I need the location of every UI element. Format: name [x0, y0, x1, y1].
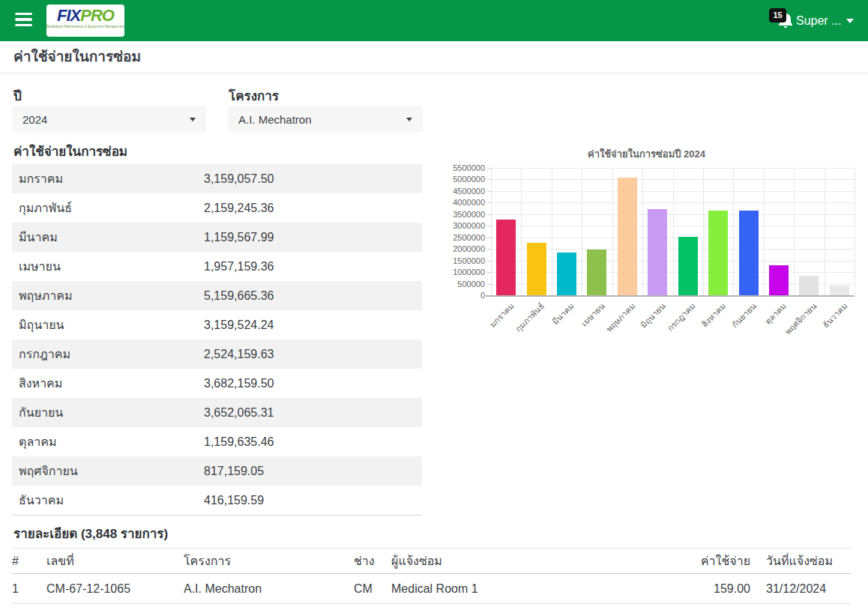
month-name: พฤษภาคม — [12, 286, 204, 305]
notification-count-badge: 15 — [769, 8, 786, 22]
month-amount: 1,957,159.36 — [204, 260, 422, 274]
details-data-row[interactable]: 1CM-67-12-1065A.I. MechatronCMMedical Ro… — [12, 574, 851, 604]
gridline — [673, 168, 674, 295]
month-row: สิงหาคม3,682,159.50 — [12, 369, 422, 398]
chevron-down-icon — [406, 118, 412, 121]
gridline — [521, 168, 522, 295]
month-amount: 1,159,635.46 — [204, 435, 422, 449]
year-select[interactable]: 2024 — [12, 106, 206, 133]
project-select-value: A.I. Mechatron — [238, 113, 406, 126]
month-amount: 3,682,159.50 — [204, 377, 422, 390]
month-amount: 3,159,057.50 — [204, 172, 422, 186]
y-tick-label: 500000 — [431, 280, 485, 289]
month-amount: 3,159,524.24 — [204, 318, 422, 332]
chevron-down-icon — [190, 118, 196, 121]
month-name: กรกฎาคม — [12, 345, 204, 363]
gridline — [764, 168, 765, 295]
month-row: กันยายน3,652,065.31 — [12, 398, 422, 427]
chart-bar — [678, 237, 698, 295]
project-label: โครงการ — [229, 85, 279, 106]
gridline — [733, 168, 734, 295]
details-header-cell: วันที่แจ้งซ่อม — [750, 552, 851, 570]
gridline — [825, 168, 825, 295]
month-amount: 2,159,245.36 — [204, 202, 422, 215]
x-tick-label: พฤศจิกายน — [783, 301, 819, 336]
logo-text: FIXPRO — [46, 7, 124, 25]
details-header-cell: โครงการ — [184, 552, 354, 570]
x-tick-label: มิถุนายน — [639, 301, 667, 330]
y-tick-label: 2000000 — [431, 244, 485, 253]
month-amount: 416,159.59 — [204, 494, 422, 507]
divider — [0, 73, 868, 73]
month-row: กรกฎาคม2,524,159.63 — [12, 339, 422, 369]
project-select[interactable]: A.I. Mechatron — [228, 106, 423, 133]
month-name: มีนาคม — [12, 228, 204, 247]
x-tick-label: ตุลาคม — [763, 301, 788, 326]
x-tick-label: กรกฎาคม — [666, 301, 697, 333]
month-amount: 817,159.05 — [204, 465, 422, 478]
fixpro-logo[interactable]: FIXPRO Breakdown Maintenance & Equipment… — [46, 4, 124, 37]
x-tick-label: มีนาคม — [551, 301, 576, 327]
month-row: มกราคม3,159,057.50 — [12, 164, 422, 193]
y-tick-label: 3000000 — [431, 221, 485, 230]
month-name: มกราคม — [12, 169, 204, 188]
hamburger-menu-icon[interactable] — [15, 13, 32, 28]
chart-bar — [527, 243, 546, 295]
year-select-value: 2024 — [22, 113, 190, 126]
month-name: พฤศจิกายน — [12, 462, 204, 480]
month-row: กุมภาพันธ์2,159,245.36 — [12, 193, 422, 223]
details-header-cell: ค่าใช้จ่าย — [653, 552, 750, 570]
x-tick-label: มกราคม — [488, 301, 516, 329]
chevron-down-icon — [846, 19, 854, 23]
gridline — [552, 168, 552, 295]
details-data-cell: Medical Room 1 — [391, 582, 653, 596]
chart-bar — [496, 220, 516, 295]
gridline — [703, 168, 704, 295]
month-amount: 2,524,159.63 — [204, 348, 422, 361]
monthly-costs-title: ค่าใช้จ่ายในการซ่อม — [13, 141, 127, 161]
y-tick-label: 5500000 — [431, 163, 485, 172]
details-header-row: #เลขที่โครงการช่างผู้แจ้งซ่อมค่าใช้จ่ายว… — [12, 548, 851, 574]
chart-bar — [618, 178, 637, 295]
details-data-cell: 159.00 — [653, 582, 750, 596]
y-tick-label: 4000000 — [431, 198, 485, 207]
details-data-cell: A.I. Mechatron — [184, 582, 354, 596]
x-tick-label: กุมภาพันธ์ — [513, 301, 546, 333]
month-name: สิงหาคม — [12, 374, 204, 393]
notification-bell-button[interactable]: 15 — [769, 6, 795, 33]
chart-bar — [830, 286, 849, 295]
logo-tagline: Breakdown Maintenance & Equipment Manage… — [46, 25, 124, 29]
x-tick-label: พฤษภาคม — [604, 301, 636, 333]
details-header-cell: เลขที่ — [46, 552, 184, 570]
gridline — [491, 168, 492, 295]
gridline — [642, 168, 643, 295]
y-tick-label: 1500000 — [431, 256, 485, 265]
x-tick-label: ธันวาคม — [821, 301, 849, 330]
gridline — [612, 168, 613, 295]
x-tick-label: กันยายน — [730, 301, 758, 329]
logo-fix: FIX — [57, 6, 80, 25]
chart-title: ค่าใช้จ่ายในการซ่อมปี 2024 — [431, 146, 862, 162]
details-header-cell: # — [12, 555, 46, 568]
month-name: กันยายน — [12, 403, 204, 422]
y-tick-label: 1000000 — [431, 268, 485, 277]
chart-bar — [799, 276, 819, 295]
user-menu[interactable]: Super ... — [796, 0, 854, 41]
y-tick-label: 2500000 — [431, 233, 485, 242]
month-amount: 1,159,567.99 — [204, 231, 422, 244]
details-data-cell: 1 — [12, 582, 46, 596]
month-row: พฤษภาคม5,159,665.36 — [12, 281, 422, 310]
app-screen: FIXPRO Breakdown Maintenance & Equipment… — [0, 0, 868, 610]
month-amount: 5,159,665.36 — [204, 289, 422, 303]
month-amount: 3,652,065.31 — [204, 406, 422, 420]
y-tick-label: 3500000 — [431, 210, 485, 219]
y-tick-label: 5000000 — [431, 175, 485, 184]
chart-bar — [739, 211, 759, 295]
month-row: มีนาคม1,159,567.99 — [12, 223, 422, 252]
month-name: ตุลาคม — [12, 432, 204, 451]
x-tick-label: เมษายน — [579, 301, 606, 328]
chart-bar — [557, 253, 576, 295]
top-navbar: FIXPRO Breakdown Maintenance & Equipment… — [0, 0, 868, 41]
details-data-cell: CM-67-12-1065 — [46, 582, 184, 596]
gridline — [582, 168, 582, 295]
